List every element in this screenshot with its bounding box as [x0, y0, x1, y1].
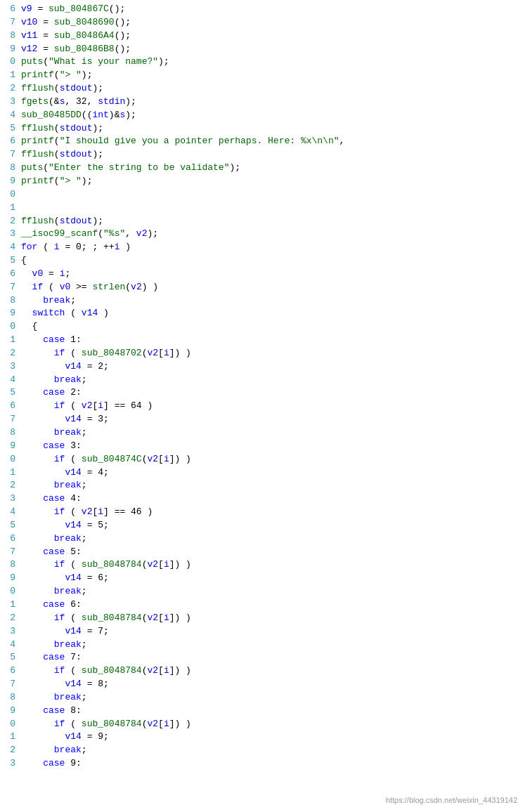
line-number: 6 — [3, 268, 15, 281]
table-row: 9 case 8: — [0, 705, 523, 718]
table-row: 8 break; — [0, 426, 523, 440]
table-row: 3 v14 = 2; — [0, 360, 523, 374]
line-content: fflush(stdout); — [21, 122, 103, 136]
table-row: 9 v14 = 6; — [0, 572, 523, 585]
line-number: 6 — [3, 135, 15, 148]
table-row: 5 case 7: — [0, 651, 523, 664]
line-number: 0 — [3, 585, 15, 598]
line-number: 1 — [3, 334, 15, 347]
table-row: 7 v14 = 3; — [0, 413, 523, 426]
table-row: 1 v14 = 9; — [0, 731, 523, 744]
line-content: printf("> "); — [21, 69, 92, 82]
table-row: 4for ( i = 0; ; ++i ) — [0, 241, 523, 254]
table-row: 0 break; — [0, 585, 523, 598]
line-content: sub_80485DD((int)&s); — [21, 109, 136, 122]
line-number: 3 — [3, 625, 15, 639]
table-row: 6v9 = sub_804867C(); — [0, 3, 523, 16]
table-row: 6 if ( v2[i] == 64 ) — [0, 400, 523, 413]
line-number: 2 — [3, 215, 15, 228]
line-number: 1 — [3, 202, 15, 215]
line-content: printf("> "); — [21, 175, 92, 188]
line-number: 1 — [3, 731, 15, 744]
table-row: 7 case 5: — [0, 546, 523, 559]
line-number: 8 — [3, 30, 15, 43]
line-content: case 4: — [21, 492, 82, 506]
line-content: v14 = 9; — [21, 731, 109, 744]
table-row: 3 case 4: — [0, 492, 523, 506]
line-content: if ( sub_804874C(v2[i]) ) — [21, 453, 191, 466]
line-number: 6 — [3, 3, 15, 16]
line-number: 4 — [3, 241, 15, 254]
table-row: 1 — [0, 202, 523, 215]
table-row: 5 case 2: — [0, 386, 523, 400]
line-content: if ( sub_8048784(v2[i]) ) — [21, 612, 191, 625]
line-number: 0 — [3, 718, 15, 731]
line-content: case 3: — [21, 440, 82, 453]
line-content: v10 = sub_8048690(); — [21, 16, 131, 30]
line-number: 3 — [3, 360, 15, 374]
line-content: if ( v2[i] == 64 ) — [21, 400, 153, 413]
table-row: 8v11 = sub_80486A4(); — [0, 30, 523, 43]
line-content: if ( v2[i] == 46 ) — [21, 506, 153, 519]
line-number: 0 — [3, 453, 15, 466]
table-row: 2 break; — [0, 744, 523, 757]
line-content: for ( i = 0; ; ++i ) — [21, 241, 131, 254]
table-row: 4 break; — [0, 374, 523, 387]
table-row: 0 — [0, 188, 523, 202]
line-content: v14 = 6; — [21, 572, 109, 585]
line-content: fgets(&s, 32, stdin); — [21, 96, 136, 109]
table-row: 1 v14 = 4; — [0, 466, 523, 480]
table-row: 6 if ( sub_8048784(v2[i]) ) — [0, 664, 523, 678]
line-number: 3 — [3, 96, 15, 109]
line-content: break; — [21, 532, 87, 546]
line-number: 9 — [3, 43, 15, 56]
line-number: 8 — [3, 426, 15, 440]
table-row: 4 break; — [0, 639, 523, 652]
line-number: 2 — [3, 82, 15, 96]
line-number: 7 — [3, 413, 15, 426]
line-content: case 1: — [21, 334, 82, 347]
line-content: v14 = 8; — [21, 678, 109, 691]
line-content: fflush(stdout); — [21, 215, 103, 228]
table-row: 5 v14 = 5; — [0, 519, 523, 532]
line-content: if ( sub_8048784(v2[i]) ) — [21, 718, 191, 731]
line-content: switch ( v14 ) — [21, 307, 109, 320]
line-number: 5 — [3, 519, 15, 532]
table-row: 9printf("> "); — [0, 175, 523, 188]
table-row: 1 case 1: — [0, 334, 523, 347]
line-content: case 9: — [21, 757, 82, 771]
line-content: fflush(stdout); — [21, 82, 103, 96]
line-number: 0 — [3, 55, 15, 69]
line-content: { — [21, 254, 27, 268]
line-content: v14 = 5; — [21, 519, 109, 532]
line-number: 3 — [3, 492, 15, 506]
line-content: fflush(stdout); — [21, 148, 103, 162]
line-content: case 5: — [21, 546, 82, 559]
line-number: 8 — [3, 162, 15, 175]
table-row: 0 { — [0, 320, 523, 334]
line-number: 5 — [3, 122, 15, 136]
table-row: 5fflush(stdout); — [0, 122, 523, 136]
table-row: 4sub_80485DD((int)&s); — [0, 109, 523, 122]
line-number: 3 — [3, 757, 15, 771]
table-row: 9 case 3: — [0, 440, 523, 453]
table-row: 0 if ( sub_8048784(v2[i]) ) — [0, 718, 523, 731]
line-content: break; — [21, 744, 87, 757]
line-number: 0 — [3, 188, 15, 202]
table-row: 9v12 = sub_80486B8(); — [0, 43, 523, 56]
line-content: v14 = 4; — [21, 466, 109, 480]
code-viewer: 6v9 = sub_804867C();7v10 = sub_8048690()… — [0, 0, 523, 812]
line-content: if ( sub_8048784(v2[i]) ) — [21, 558, 191, 572]
table-row: 3__isoc99_scanf("%s", v2); — [0, 228, 523, 241]
table-row: 3 v14 = 7; — [0, 625, 523, 639]
table-row: 2 if ( sub_8048702(v2[i]) ) — [0, 347, 523, 360]
table-row: 1printf("> "); — [0, 69, 523, 82]
table-row: 7 v14 = 8; — [0, 678, 523, 691]
line-content: break; — [21, 479, 87, 492]
line-number: 9 — [3, 440, 15, 453]
line-content: if ( sub_8048784(v2[i]) ) — [21, 664, 191, 678]
table-row: 6 break; — [0, 532, 523, 546]
line-content: break; — [21, 426, 87, 440]
line-number: 9 — [3, 705, 15, 718]
line-number: 3 — [3, 228, 15, 241]
